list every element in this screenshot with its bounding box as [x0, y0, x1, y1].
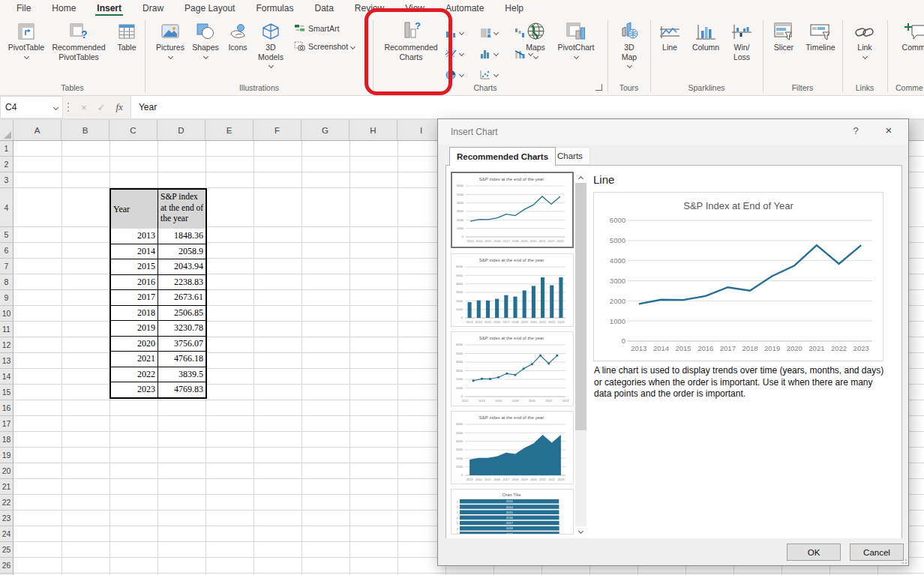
- column-header-A[interactable]: A: [14, 120, 62, 140]
- recommended-charts-button[interactable]: ? Recommended Charts: [379, 19, 443, 61]
- comment-button[interactable]: Comme: [894, 19, 924, 52]
- row-header-13[interactable]: 13: [0, 353, 14, 369]
- insert-hierarchy-chart-button[interactable]: [479, 27, 514, 38]
- column-header-C[interactable]: C: [110, 120, 158, 140]
- table-button[interactable]: Table: [112, 19, 141, 52]
- cancel-entry-icon[interactable]: ×: [81, 102, 87, 113]
- ribbon-tab-draw[interactable]: Draw: [132, 1, 174, 15]
- insert-line-chart-button[interactable]: [445, 48, 479, 59]
- row-header-10[interactable]: 10: [0, 306, 14, 322]
- table-cell-year[interactable]: 2014: [111, 244, 158, 259]
- table-cell-year[interactable]: 2019: [111, 321, 158, 336]
- chart-thumbnail-bar[interactable]: Chart Title12013220143201542016520176201…: [451, 489, 574, 535]
- insert-function-icon[interactable]: fx: [116, 101, 123, 113]
- row-header-23[interactable]: 23: [0, 511, 14, 526]
- ribbon-tab-home[interactable]: Home: [41, 1, 86, 15]
- row-header-7[interactable]: 7: [0, 259, 14, 274]
- enter-entry-icon[interactable]: ✓: [98, 102, 106, 113]
- scrollbar-down-icon[interactable]: [575, 526, 586, 538]
- row-header-19[interactable]: 19: [0, 448, 14, 463]
- table-cell-value[interactable]: 4769.83: [158, 382, 206, 397]
- row-header-8[interactable]: 8: [0, 274, 14, 290]
- row-header-1[interactable]: 1: [0, 141, 14, 157]
- dialog-help-button[interactable]: ?: [848, 125, 863, 140]
- column-header-F[interactable]: F: [254, 120, 302, 140]
- table-cell-value[interactable]: 2058.9: [158, 244, 206, 259]
- row-header-2[interactable]: 2: [0, 157, 14, 172]
- column-header-B[interactable]: B: [62, 120, 110, 140]
- chart-thumbnail-scatter[interactable]: S&P index at the end of the year01000200…: [451, 331, 574, 406]
- table-cell-year[interactable]: 2018: [111, 306, 158, 321]
- row-header-6[interactable]: 6: [0, 243, 14, 259]
- maps-button[interactable]: Maps: [521, 19, 550, 58]
- row-header-4[interactable]: 4: [0, 188, 14, 227]
- chart-thumbnail-column[interactable]: S&P index at the end of the year01000200…: [451, 253, 574, 327]
- row-header-25[interactable]: 25: [0, 542, 14, 558]
- sparkline-line-button[interactable]: Line: [656, 19, 683, 52]
- column-header-H[interactable]: H: [350, 120, 398, 140]
- insert-statistic-chart-button[interactable]: [479, 48, 514, 59]
- table-cell-value[interactable]: 2506.85: [158, 306, 206, 321]
- row-header-17[interactable]: 17: [0, 416, 14, 432]
- row-header-15[interactable]: 15: [0, 385, 14, 400]
- timeline-button[interactable]: Timeline: [802, 19, 839, 52]
- ribbon-tab-data[interactable]: Data: [304, 1, 344, 15]
- ribbon-tab-file[interactable]: File: [6, 1, 41, 15]
- table-cell-year[interactable]: 2017: [111, 290, 158, 305]
- link-button[interactable]: Link: [853, 19, 877, 58]
- ribbon-tab-formulas[interactable]: Formulas: [245, 1, 304, 15]
- row-header-3[interactable]: 3: [0, 172, 14, 188]
- table-cell-value[interactable]: 2043.94: [158, 259, 206, 274]
- sparkline-winloss-button[interactable]: Win/ Loss: [727, 19, 757, 61]
- scrollbar-up-icon[interactable]: [575, 172, 586, 183]
- row-header-16[interactable]: 16: [0, 400, 14, 416]
- tab-recommended-charts[interactable]: Recommended Charts: [449, 147, 556, 166]
- column-header-G[interactable]: G: [302, 120, 350, 140]
- table-cell-year[interactable]: 2013: [111, 229, 158, 244]
- screenshot-button[interactable]: Screenshot: [294, 41, 355, 51]
- ribbon-tab-page-layout[interactable]: Page Layout: [174, 1, 245, 15]
- name-box[interactable]: C4: [0, 96, 63, 118]
- dialog-title-bar[interactable]: Insert Chart: [438, 119, 908, 145]
- table-cell-value[interactable]: 3756.07: [158, 337, 206, 352]
- table-cell-value[interactable]: 1848.36: [158, 229, 206, 244]
- column-header-E[interactable]: E: [206, 120, 254, 140]
- pictures-button[interactable]: Pictures: [154, 19, 186, 58]
- insert-pie-chart-button[interactable]: [445, 69, 479, 80]
- sparkline-column-button[interactable]: Column: [689, 19, 722, 52]
- row-header-22[interactable]: 22: [0, 495, 14, 511]
- resize-grip[interactable]: [899, 556, 907, 564]
- recommended-pivottables-button[interactable]: ? Recommended PivotTables: [48, 19, 110, 61]
- column-header-D[interactable]: D: [158, 120, 206, 140]
- cancel-button[interactable]: Cancel: [850, 544, 904, 561]
- table-cell-year[interactable]: 2021: [111, 352, 158, 367]
- charts-dialog-launcher[interactable]: [596, 84, 602, 91]
- slicer-button[interactable]: Slicer: [770, 19, 798, 52]
- table-cell-value[interactable]: 2673.61: [158, 290, 206, 305]
- ok-button[interactable]: OK: [787, 544, 841, 561]
- table-cell-value[interactable]: 2238.83: [158, 275, 206, 290]
- select-all-corner[interactable]: [0, 120, 14, 140]
- table-cell-value[interactable]: 3839.5: [158, 367, 206, 382]
- 3d-models-button[interactable]: 3D Models: [252, 19, 290, 67]
- table-cell-year[interactable]: 2022: [111, 367, 158, 382]
- dialog-close-button[interactable]: ×: [880, 124, 898, 140]
- table-header-year[interactable]: Year: [111, 190, 158, 229]
- row-header-26[interactable]: 26: [0, 558, 14, 574]
- ribbon-tab-automate[interactable]: Automate: [435, 1, 494, 15]
- row-header-9[interactable]: 9: [0, 290, 14, 306]
- smartart-button[interactable]: SmartArt: [294, 23, 339, 33]
- ribbon-tab-review[interactable]: Review: [344, 1, 394, 15]
- row-header-5[interactable]: 5: [0, 227, 14, 243]
- row-header-24[interactable]: 24: [0, 526, 14, 542]
- row-header-14[interactable]: 14: [0, 369, 14, 385]
- icons-button[interactable]: Icons: [225, 19, 250, 52]
- chart-thumbnail-area[interactable]: S&P index at the end of the year01000200…: [451, 411, 574, 484]
- row-header-12[interactable]: 12: [0, 337, 14, 353]
- row-header-21[interactable]: 21: [0, 479, 14, 495]
- table-cell-year[interactable]: 2023: [111, 382, 158, 397]
- insert-scatter-chart-button[interactable]: [479, 69, 514, 80]
- row-header-11[interactable]: 11: [0, 322, 14, 337]
- chart-preview[interactable]: S&P Index at End of Year0100020003000400…: [593, 192, 884, 361]
- table-cell-year[interactable]: 2015: [111, 259, 158, 274]
